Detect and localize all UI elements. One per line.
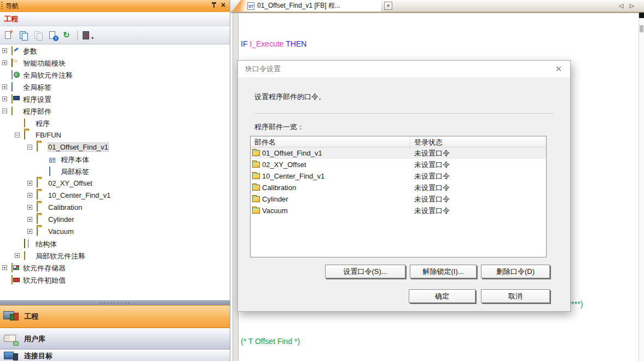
- expand-icon[interactable]: +: [2, 84, 7, 89]
- tree-item-calibration[interactable]: +Calibration: [0, 202, 230, 214]
- cancel-button[interactable]: 取消: [481, 289, 550, 303]
- paste-button[interactable]: [33, 30, 44, 41]
- refresh-button[interactable]: ↻: [62, 30, 73, 41]
- expand-icon[interactable]: +: [27, 217, 32, 222]
- scrollbar-thumb[interactable]: [640, 25, 643, 32]
- delete-password-button[interactable]: 删除口令(D): [481, 265, 550, 278]
- expand-icon[interactable]: +: [2, 265, 7, 270]
- navigation-header[interactable]: 导航 ×: [0, 0, 230, 12]
- tab-01-offset-find-v1[interactable]: ST 01_Offset_Find_v1 [FB] 程...: [232, 0, 381, 12]
- table-row[interactable]: 10_Center_Find_v1 未设置口令: [251, 170, 546, 182]
- ok-button[interactable]: 确定: [409, 289, 475, 303]
- tree-item-02-xy-offset[interactable]: +02_XY_Offset: [0, 177, 230, 190]
- tab-title[interactable]: 01_Offset_Find_v1 [FB] 程...: [257, 1, 340, 10]
- close-panel-icon[interactable]: ×: [221, 1, 225, 9]
- collapse-icon[interactable]: −: [27, 145, 32, 150]
- expand-icon[interactable]: +: [2, 48, 7, 53]
- registration-status: 未设置口令: [410, 171, 546, 181]
- tree-item-device-initial-value[interactable]: 软元件初始值: [0, 274, 230, 286]
- tree-item-global-device-comment[interactable]: 全局软元件注释: [0, 69, 230, 81]
- column-header-name[interactable]: 部件名: [251, 136, 410, 147]
- tree-item-fb-fun[interactable]: −FB/FUN: [0, 129, 230, 141]
- table-header-row: 部件名 登录状态: [251, 136, 546, 147]
- structured-data-icon: [24, 239, 25, 248]
- dialog-title-bar[interactable]: 块口令设置: [238, 61, 570, 77]
- expand-icon[interactable]: +: [27, 193, 32, 198]
- tree-item-label[interactable]: 10_Center_Find_v1: [48, 191, 111, 199]
- tree-item-label[interactable]: FB/FUN: [36, 131, 61, 139]
- scrollbar-top-block[interactable]: [639, 13, 644, 18]
- sort-filter-button[interactable]: ▾: [82, 30, 92, 41]
- panel-button-user-library[interactable]: 用户库: [0, 329, 230, 349]
- tree-item-cylinder[interactable]: +Cylinder: [0, 214, 230, 226]
- fb-folder-icon: [37, 203, 38, 212]
- tree-item-program-setting[interactable]: +程序设置: [0, 93, 230, 105]
- tree-item-label[interactable]: 全局标签: [23, 83, 51, 93]
- code-line[interactable]: IF I_Execute THEN: [241, 38, 321, 50]
- expand-icon[interactable]: +: [27, 229, 32, 234]
- tree-item-10-center-find-v1[interactable]: +10_Center_Find_v1: [0, 190, 230, 202]
- tree-item-label[interactable]: Vacuum: [48, 227, 74, 236]
- table-row[interactable]: Cylinder 未设置口令: [251, 193, 546, 205]
- tree-item-label[interactable]: 软元件存储器: [23, 263, 66, 273]
- expand-icon[interactable]: +: [27, 181, 32, 186]
- panel-button-connection-destination[interactable]: 连接目标: [0, 350, 230, 361]
- dialog-close-icon[interactable]: ✕: [554, 64, 564, 74]
- tree-item-local-label[interactable]: 局部标签: [0, 165, 230, 177]
- tab-close-button[interactable]: ×: [384, 2, 392, 10]
- table-row[interactable]: Calibration 未设置口令: [251, 182, 546, 193]
- tree-item-label[interactable]: 结构体: [36, 239, 57, 249]
- panel-button-project[interactable]: 工程: [0, 305, 230, 328]
- expand-icon[interactable]: +: [15, 253, 20, 258]
- vertical-scrollbar[interactable]: [639, 13, 644, 361]
- panel-splitter-handle[interactable]: .........: [0, 300, 230, 305]
- property-button[interactable]: i: [48, 30, 59, 41]
- tree-item-label[interactable]: 程序设置: [23, 95, 51, 105]
- tree-item-label[interactable]: 全局软元件注释: [23, 71, 73, 81]
- tree-item-intelligent-function-module[interactable]: +智能功能模块: [0, 57, 230, 69]
- tree-item-label[interactable]: 程序本体: [61, 155, 89, 165]
- code-line[interactable]: (* T Offset Find *): [241, 335, 475, 348]
- table-row[interactable]: Vacuum 未设置口令: [251, 205, 546, 216]
- copy-button[interactable]: [18, 30, 29, 41]
- tree-item-vacuum[interactable]: +Vacuum: [0, 226, 230, 238]
- collapse-icon[interactable]: −: [2, 108, 7, 113]
- set-password-button[interactable]: 设置口令(S)...: [325, 265, 405, 278]
- expand-icon[interactable]: +: [2, 60, 7, 65]
- column-header-status[interactable]: 登录状态: [410, 136, 546, 147]
- tree-item-label[interactable]: 02_XY_Offset: [48, 179, 92, 187]
- tree-item-local-device-comment[interactable]: +局部软元件注释: [0, 250, 230, 262]
- tree-item-label[interactable]: Calibration: [48, 203, 82, 211]
- expand-icon[interactable]: +: [27, 205, 32, 210]
- tree-item-label[interactable]: 局部标签: [61, 167, 89, 177]
- tab-scroll-right-icon[interactable]: ▷: [628, 1, 636, 10]
- tree-item-global-label[interactable]: +全局标签: [0, 81, 230, 93]
- tree-item-label[interactable]: 参数: [23, 47, 37, 56]
- tree-item-parameters[interactable]: +参数: [0, 45, 230, 57]
- tree-item-device-memory[interactable]: +软元件存储器: [0, 262, 230, 274]
- tree-item-label[interactable]: 程序: [36, 119, 50, 129]
- collapse-icon[interactable]: −: [15, 133, 20, 137]
- component-table[interactable]: 部件名 登录状态 01_Offset_Find_v1 未设置口令 02_XY_O…: [250, 136, 547, 257]
- tree-item-label[interactable]: Cylinder: [48, 215, 74, 224]
- tree-item-structured-data[interactable]: 结构体: [0, 238, 230, 250]
- auto-hide-pin-icon[interactable]: [211, 1, 217, 9]
- tree-item-program-component[interactable]: −程序部件: [0, 105, 230, 117]
- code-block-bottom[interactable]: (* T Offset Find *) IF I_1_Pos_X<=I_2_Po…: [241, 310, 475, 361]
- tab-scroll-left-icon[interactable]: ◁: [617, 1, 625, 10]
- unlock-button[interactable]: 解除锁定(I)...: [410, 265, 477, 278]
- tree-item-program-body[interactable]: ST程序本体: [0, 153, 230, 165]
- fb-folder-icon: [252, 185, 260, 191]
- tree-item-01-offset-find-v1[interactable]: −01_Offset_Find_v1: [0, 141, 230, 153]
- table-row[interactable]: 01_Offset_Find_v1 未设置口令: [251, 147, 546, 159]
- tree-item-label[interactable]: 软元件初始值: [23, 276, 66, 285]
- tree-item-label-selected[interactable]: 01_Offset_Find_v1: [48, 143, 108, 151]
- tree-item-program[interactable]: 程序: [0, 117, 230, 129]
- tree-item-label[interactable]: 程序部件: [23, 107, 51, 117]
- new-item-button[interactable]: +: [3, 30, 14, 41]
- tree-item-label[interactable]: 局部软元件注释: [36, 251, 85, 261]
- table-row[interactable]: 02_XY_Offset 未设置口令: [251, 159, 546, 170]
- tree-item-label[interactable]: 智能功能模块: [23, 59, 66, 68]
- expand-icon[interactable]: +: [2, 96, 7, 101]
- connection-destination-icon: [3, 351, 20, 361]
